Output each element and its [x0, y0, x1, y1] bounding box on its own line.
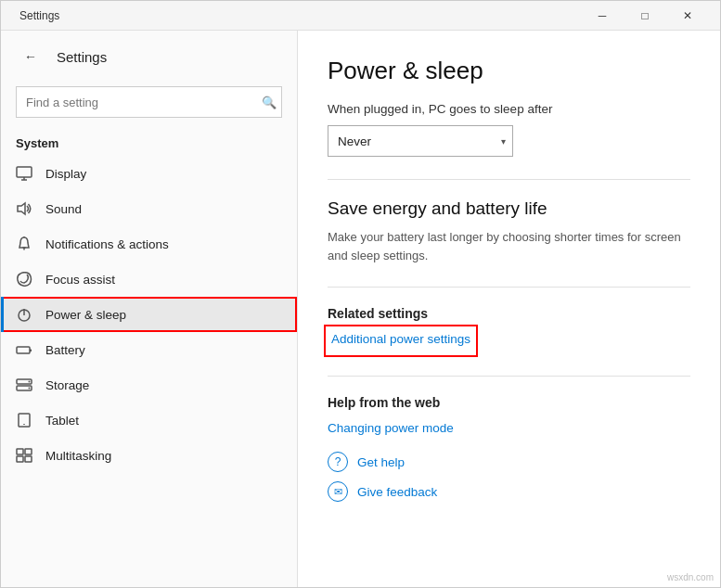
- sidebar-item-sound[interactable]: Sound: [1, 191, 297, 226]
- sidebar-item-display[interactable]: Display: [1, 156, 297, 191]
- titlebar-title: Settings: [19, 9, 581, 22]
- svg-rect-19: [17, 456, 23, 462]
- sidebar-item-multitasking-label: Multitasking: [45, 449, 111, 463]
- divider-3: [328, 376, 690, 377]
- sidebar-item-multitasking[interactable]: Multitasking: [1, 438, 297, 473]
- related-settings-section: Related settings Additional power settin…: [328, 306, 690, 353]
- sleep-dropdown[interactable]: Never 1 minute 2 minutes 5 minutes 10 mi…: [328, 125, 513, 157]
- sidebar-item-battery[interactable]: Battery: [1, 332, 297, 367]
- display-icon: [16, 165, 32, 182]
- notifications-icon: [16, 236, 32, 252]
- maximize-button[interactable]: □: [624, 1, 666, 31]
- close-button[interactable]: ✕: [666, 1, 709, 31]
- settings-window: Settings ─ □ ✕ ← Settings 🔍 System: [0, 0, 721, 588]
- back-button[interactable]: ←: [16, 42, 45, 71]
- sidebar-item-focus-label: Focus assist: [45, 273, 115, 287]
- give-feedback-link[interactable]: ✉ Give feedback: [328, 481, 690, 502]
- search-icon: 🔍: [262, 96, 277, 109]
- app-title: Settings: [57, 49, 107, 65]
- storage-icon: [16, 377, 32, 393]
- svg-point-13: [29, 381, 31, 383]
- svg-marker-3: [18, 203, 25, 214]
- sidebar-item-power-label: Power & sleep: [45, 308, 126, 322]
- sidebar-item-storage[interactable]: Storage: [1, 367, 297, 403]
- sidebar-item-storage-label: Storage: [45, 378, 89, 392]
- additional-power-link-wrapper: Additional power settings: [328, 328, 474, 353]
- help-heading: Help from the web: [328, 395, 690, 410]
- svg-rect-17: [17, 449, 23, 454]
- additional-power-link[interactable]: Additional power settings: [331, 332, 470, 346]
- sleep-section: When plugged in, PC goes to sleep after …: [328, 102, 690, 157]
- sidebar-item-notifications-label: Notifications & actions: [45, 237, 169, 251]
- sidebar-item-power[interactable]: Power & sleep: [1, 297, 297, 332]
- sidebar-item-display-label: Display: [45, 167, 86, 181]
- search-input[interactable]: [16, 86, 282, 118]
- give-feedback-label: Give feedback: [357, 485, 437, 499]
- sidebar-item-tablet[interactable]: Tablet: [1, 403, 297, 438]
- svg-rect-0: [17, 167, 32, 177]
- system-section-label: System: [1, 129, 297, 156]
- save-energy-desc: Make your battery last longer by choosin…: [328, 228, 690, 264]
- battery-icon: [16, 341, 32, 358]
- titlebar: Settings ─ □ ✕: [1, 1, 720, 31]
- sleep-label: When plugged in, PC goes to sleep after: [328, 102, 690, 116]
- focus-icon: [16, 271, 32, 288]
- help-section: Help from the web Changing power mode ? …: [328, 395, 690, 502]
- tablet-icon: [16, 412, 32, 428]
- sidebar-top: ← Settings: [1, 31, 297, 79]
- sound-icon: [16, 200, 32, 217]
- sleep-dropdown-wrapper: Never 1 minute 2 minutes 5 minutes 10 mi…: [328, 125, 513, 157]
- get-help-link[interactable]: ? Get help: [328, 452, 690, 472]
- search-box: 🔍: [16, 86, 282, 118]
- power-icon: [16, 306, 32, 323]
- svg-point-14: [29, 388, 31, 390]
- related-settings-heading: Related settings: [328, 306, 690, 321]
- sidebar-item-notifications[interactable]: Notifications & actions: [1, 226, 297, 262]
- sidebar-item-sound-label: Sound: [45, 202, 82, 216]
- get-help-label: Get help: [357, 455, 405, 469]
- watermark: wsxdn.com: [667, 572, 714, 582]
- give-feedback-icon: ✉: [328, 481, 348, 502]
- svg-rect-10: [30, 350, 32, 352]
- divider-2: [328, 287, 690, 288]
- content-area: ← Settings 🔍 System Display Sound: [1, 31, 720, 587]
- sidebar-item-battery-label: Battery: [45, 343, 85, 357]
- main-content: Power & sleep When plugged in, PC goes t…: [298, 31, 720, 587]
- titlebar-controls: ─ □ ✕: [581, 1, 709, 31]
- svg-rect-9: [17, 347, 30, 353]
- svg-rect-20: [25, 456, 32, 462]
- sidebar: ← Settings 🔍 System Display Sound: [1, 31, 298, 587]
- divider-1: [328, 179, 690, 180]
- multitasking-icon: [16, 447, 32, 464]
- page-title: Power & sleep: [328, 57, 690, 85]
- save-energy-section: Save energy and battery life Make your b…: [328, 198, 690, 264]
- save-energy-heading: Save energy and battery life: [328, 198, 690, 219]
- sidebar-item-focus[interactable]: Focus assist: [1, 262, 297, 297]
- minimize-button[interactable]: ─: [581, 1, 624, 31]
- changing-power-link[interactable]: Changing power mode: [328, 421, 454, 435]
- sidebar-item-tablet-label: Tablet: [45, 414, 79, 428]
- svg-rect-18: [25, 449, 32, 454]
- get-help-icon: ?: [328, 452, 348, 472]
